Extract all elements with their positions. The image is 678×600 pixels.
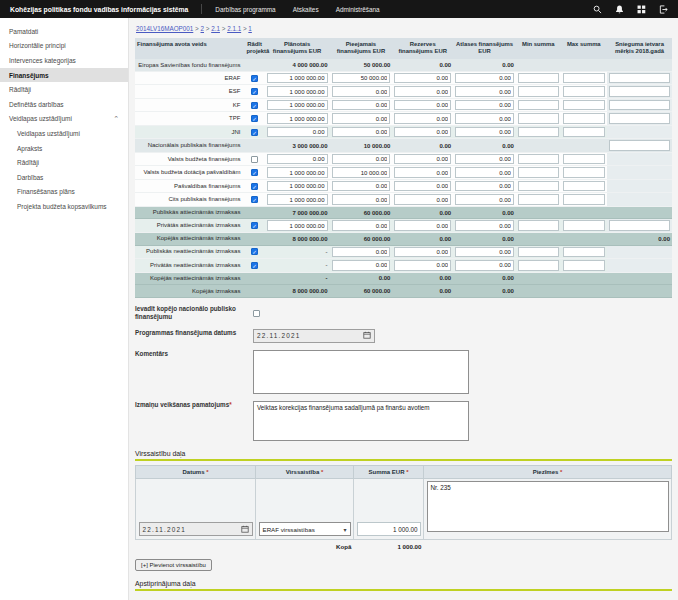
topbar-menu-item[interactable]: Administrēšana [336, 6, 380, 13]
min-summa-input[interactable] [518, 167, 559, 178]
amount-input[interactable] [332, 73, 391, 84]
row-checkbox[interactable]: ✓ [251, 129, 258, 136]
min-summa-input[interactable] [518, 194, 559, 205]
sidebar-item[interactable]: Horizontālie principi [0, 39, 128, 54]
sidebar-item[interactable]: Finansējums [0, 68, 128, 83]
row-checkbox[interactable] [251, 156, 258, 163]
search-icon[interactable] [593, 5, 602, 14]
max-summa-input[interactable] [563, 247, 606, 258]
min-summa-input[interactable] [518, 260, 559, 271]
amount-input[interactable] [394, 154, 451, 165]
amount-input[interactable] [455, 167, 514, 178]
sidebar-item[interactable]: Pamatdati [0, 24, 128, 39]
national-total-checkbox[interactable] [253, 310, 260, 317]
amount-input[interactable] [394, 73, 451, 84]
row-checkbox[interactable]: ✓ [251, 88, 258, 95]
amount-input[interactable] [332, 113, 391, 124]
amount-input[interactable] [267, 194, 328, 205]
min-summa-input[interactable] [518, 181, 559, 192]
amount-input[interactable] [267, 86, 328, 97]
min-summa-input[interactable] [518, 247, 559, 258]
amount-input[interactable] [332, 247, 391, 258]
max-summa-input[interactable] [563, 73, 606, 84]
amount-input[interactable] [455, 260, 514, 271]
amount-input[interactable] [455, 127, 514, 138]
amount-input[interactable] [267, 167, 328, 178]
amount-input[interactable] [394, 86, 451, 97]
amount-input[interactable] [455, 73, 514, 84]
amount-input[interactable] [267, 220, 328, 231]
amount-input[interactable] [609, 113, 670, 124]
max-summa-input[interactable] [563, 113, 606, 124]
breadcrumb-link[interactable]: 2014LV16MAOP001 [136, 25, 193, 32]
max-summa-input[interactable] [563, 194, 606, 205]
amount-input[interactable] [394, 100, 451, 111]
amount-input[interactable] [394, 181, 451, 192]
row-checkbox[interactable]: ✓ [251, 169, 258, 176]
min-summa-input[interactable] [518, 220, 559, 231]
program-date-input[interactable]: 22.11.2021 [253, 329, 375, 343]
amount-input[interactable] [394, 113, 451, 124]
max-summa-input[interactable] [563, 86, 606, 97]
amount-input[interactable] [455, 194, 514, 205]
amount-input[interactable] [332, 154, 391, 165]
amount-input[interactable] [267, 100, 328, 111]
amount-input[interactable] [609, 100, 670, 111]
amount-input[interactable] [455, 86, 514, 97]
sidebar-item[interactable]: Intervences kategorijas [0, 53, 128, 68]
piezimes-textarea[interactable]: Nr. 235 [427, 481, 669, 532]
amount-input[interactable] [332, 194, 391, 205]
max-summa-input[interactable] [563, 181, 606, 192]
row-checkbox[interactable]: ✓ [251, 248, 258, 255]
amount-input[interactable] [267, 181, 328, 192]
row-checkbox[interactable]: ✓ [251, 222, 258, 229]
min-summa-input[interactable] [518, 154, 559, 165]
amount-input[interactable] [332, 167, 391, 178]
amount-input[interactable] [609, 140, 670, 151]
amount-input[interactable] [455, 247, 514, 258]
sidebar-item[interactable]: Veidlapas uzstādījumi⌃ [0, 112, 128, 127]
max-summa-input[interactable] [563, 260, 606, 271]
add-virssaistiba-button[interactable]: [+] Pievienot virssaistību [135, 559, 212, 571]
sidebar-item[interactable]: Rādītāji [0, 82, 128, 97]
amount-input[interactable] [394, 220, 451, 231]
amount-input[interactable] [267, 73, 328, 84]
max-summa-input[interactable] [563, 127, 606, 138]
virssaistiba-date-input[interactable]: 22.11.2021 [139, 522, 253, 536]
row-checkbox[interactable]: ✓ [251, 75, 258, 82]
amount-input[interactable] [332, 181, 391, 192]
amount-input[interactable] [332, 100, 391, 111]
min-summa-input[interactable] [518, 73, 559, 84]
notifications-bell-icon[interactable] [615, 5, 624, 14]
min-summa-input[interactable] [518, 86, 559, 97]
amount-input[interactable] [394, 194, 451, 205]
breadcrumb-link[interactable]: 2.1 [211, 25, 220, 32]
app-switcher-grid-icon[interactable] [637, 5, 646, 14]
amount-input[interactable] [394, 247, 451, 258]
min-summa-input[interactable] [518, 100, 559, 111]
amount-input[interactable] [609, 220, 670, 231]
row-checkbox[interactable]: ✓ [251, 183, 258, 190]
amount-input[interactable] [267, 127, 328, 138]
breadcrumb-link[interactable]: 1 [248, 25, 252, 32]
sidebar-item[interactable]: Veidlapas uzstādījumi [0, 126, 128, 141]
amount-input[interactable] [267, 154, 328, 165]
comment-textarea[interactable] [253, 350, 469, 394]
summa-input[interactable] [357, 522, 421, 536]
amount-input[interactable] [455, 113, 514, 124]
max-summa-input[interactable] [563, 154, 606, 165]
row-checkbox[interactable]: ✓ [251, 262, 258, 269]
amount-input[interactable] [394, 260, 451, 271]
max-summa-input[interactable] [563, 220, 606, 231]
breadcrumb-link[interactable]: 2.1.1 [227, 25, 241, 32]
amount-input[interactable] [455, 154, 514, 165]
sidebar-item[interactable]: Darbības [0, 170, 128, 185]
amount-input[interactable] [267, 113, 328, 124]
sidebar-item[interactable]: Apraksts [0, 141, 128, 156]
topbar-menu-item[interactable]: Darbības programma [215, 6, 275, 13]
amount-input[interactable] [455, 220, 514, 231]
min-summa-input[interactable] [518, 127, 559, 138]
sidebar-item[interactable]: Rādītāji [0, 155, 128, 170]
amount-input[interactable] [455, 181, 514, 192]
row-checkbox[interactable]: ✓ [251, 102, 258, 109]
